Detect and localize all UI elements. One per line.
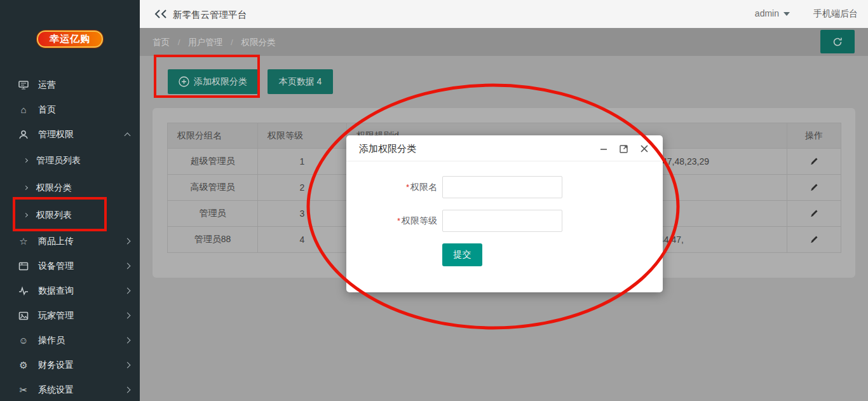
- required-asterisk: *: [406, 182, 409, 192]
- caret-down-icon: [783, 12, 790, 16]
- sidebar-item-label: 系统设置: [38, 384, 125, 396]
- edit-pencil-icon: [810, 183, 818, 192]
- modal-header: 添加权限分类: [346, 135, 663, 161]
- breadcrumb-separator: /: [178, 37, 180, 47]
- sidebar-item-device-management[interactable]: 设备管理: [0, 254, 140, 278]
- chevron-right-icon: [125, 313, 131, 319]
- chevron-right-icon: [125, 337, 131, 344]
- count-button-label: 本页数据 4: [279, 76, 322, 88]
- plus-circle-icon: [179, 76, 189, 87]
- add-permission-category-button[interactable]: 添加权限分类: [168, 69, 258, 94]
- sidebar-item-label: 财务设置: [38, 360, 125, 371]
- sidebar-subitem-label: 权限列表: [36, 210, 72, 221]
- sidebar-item-operator[interactable]: ☺ 操作员: [0, 328, 140, 353]
- permission-name-input[interactable]: [442, 176, 562, 198]
- chevron-up-icon: [125, 133, 131, 139]
- form-row-permission-name: *权限名: [346, 176, 562, 198]
- chevron-right-icon: [125, 263, 131, 269]
- cell-group-name: 管理员: [168, 201, 258, 227]
- sidebar-item-permission-list[interactable]: 权限列表: [0, 201, 140, 229]
- home-icon: ⌂: [18, 104, 29, 116]
- scissors-icon: ✂: [18, 384, 29, 396]
- sidebar-item-product-upload[interactable]: ☆ 商品上传: [0, 229, 140, 254]
- sidebar-collapse-icon[interactable]: [154, 8, 169, 20]
- permission-level-label: *权限等级: [346, 215, 437, 227]
- sidebar-item-home[interactable]: ⌂ 首页: [0, 97, 140, 122]
- mobile-backend-link[interactable]: 手机端后台: [813, 8, 858, 20]
- column-header-group-name: 权限分组名: [168, 123, 258, 149]
- chevron-right-icon: [24, 186, 28, 190]
- minimize-icon[interactable]: [598, 143, 609, 154]
- edit-action-cell[interactable]: [787, 149, 841, 175]
- required-asterisk: *: [397, 216, 400, 226]
- refresh-button[interactable]: [820, 30, 855, 53]
- username: admin: [755, 8, 779, 18]
- column-header-level: 权限等级: [258, 123, 347, 149]
- cell-level: 1: [258, 149, 347, 175]
- maximize-icon[interactable]: [618, 143, 630, 154]
- breadcrumb-bar: 首页 / 用户管理 / 权限分类: [140, 28, 868, 56]
- photo-icon: [18, 310, 29, 322]
- add-permission-modal: 添加权限分类 *权限名 *权限等级 提交: [346, 135, 663, 292]
- cell-group-name: 管理员88: [168, 227, 258, 253]
- sidebar-item-label: 设备管理: [38, 261, 125, 272]
- permission-name-label: *权限名: [346, 182, 437, 193]
- column-header-actions: 操作: [787, 123, 841, 149]
- sidebar-item-system-settings[interactable]: ✂ 系统设置: [0, 377, 140, 401]
- chevron-right-icon: [24, 213, 28, 217]
- form-row-permission-level: *权限等级: [346, 210, 562, 232]
- chevron-right-icon: [125, 362, 131, 369]
- breadcrumb-separator: /: [231, 37, 233, 47]
- sidebar-item-operations[interactable]: 运营: [0, 72, 140, 97]
- breadcrumb-home[interactable]: 首页: [153, 37, 170, 47]
- edit-action-cell[interactable]: [787, 175, 841, 201]
- close-icon[interactable]: [639, 143, 650, 154]
- sidebar-item-admin-list[interactable]: 管理员列表: [0, 147, 140, 174]
- page-title: 新零售云管理平台: [173, 9, 247, 21]
- sidebar-subitem-label: 管理员列表: [36, 155, 81, 167]
- chevron-right-icon: [125, 387, 131, 393]
- sidebar-item-manage-permissions[interactable]: 管理权限: [0, 122, 140, 147]
- pulse-icon: [18, 285, 29, 297]
- page-data-count-button[interactable]: 本页数据 4: [268, 69, 333, 94]
- sidebar-item-label: 商品上传: [38, 236, 125, 247]
- sidebar-item-label: 运营: [38, 79, 130, 91]
- breadcrumb-current: 权限分类: [241, 37, 276, 47]
- sidebar-item-data-query[interactable]: 数据查询: [0, 278, 140, 303]
- sidebar-menu: 运营 ⌂ 首页 管理权限 管理员列表 权限分类: [0, 72, 140, 401]
- sidebar-item-label: 管理权限: [38, 129, 125, 140]
- chevron-right-icon: [125, 238, 131, 245]
- breadcrumb-user-management[interactable]: 用户管理: [188, 37, 222, 47]
- device-icon: [18, 261, 29, 272]
- modal-title: 添加权限分类: [359, 143, 416, 155]
- sidebar-item-player-management[interactable]: 玩家管理: [0, 303, 140, 328]
- user-dropdown[interactable]: admin: [755, 8, 790, 18]
- dashboard-icon: [18, 79, 29, 91]
- chevron-right-icon: [24, 158, 28, 163]
- refresh-icon: [832, 36, 843, 48]
- brand-logo-text: 幸运亿购: [50, 33, 90, 45]
- cell-level: 4: [258, 227, 347, 253]
- topbar: 新零售云管理平台 admin 手机端后台: [140, 0, 868, 28]
- submit-button[interactable]: 提交: [442, 243, 482, 266]
- cell-level: 2: [258, 175, 347, 201]
- edit-pencil-icon: [810, 235, 818, 244]
- sidebar-item-label: 数据查询: [38, 285, 125, 297]
- edit-action-cell[interactable]: [787, 201, 841, 227]
- sidebar-item-finance-settings[interactable]: ⚙ 财务设置: [0, 353, 140, 377]
- add-button-label: 添加权限分类: [194, 76, 247, 88]
- chevron-right-icon: [125, 288, 131, 294]
- sidebar-item-label: 首页: [38, 104, 130, 116]
- brand-logo: 幸运亿购: [37, 31, 103, 48]
- sidebar-item-label: 操作员: [38, 335, 125, 346]
- cell-group-name: 超级管理员: [168, 149, 258, 175]
- edit-pencil-icon: [810, 209, 818, 218]
- sidebar-item-permission-category[interactable]: 权限分类: [0, 174, 140, 201]
- user-icon: [18, 129, 29, 140]
- edit-pencil-icon: [810, 157, 818, 166]
- permission-level-input[interactable]: [442, 210, 562, 232]
- cell-level: 3: [258, 201, 347, 227]
- sidebar-subitem-label: 权限分类: [36, 182, 72, 194]
- edit-action-cell[interactable]: [787, 227, 841, 253]
- sidebar: 幸运亿购 运营 ⌂ 首页 管理权限 管理员: [0, 0, 140, 401]
